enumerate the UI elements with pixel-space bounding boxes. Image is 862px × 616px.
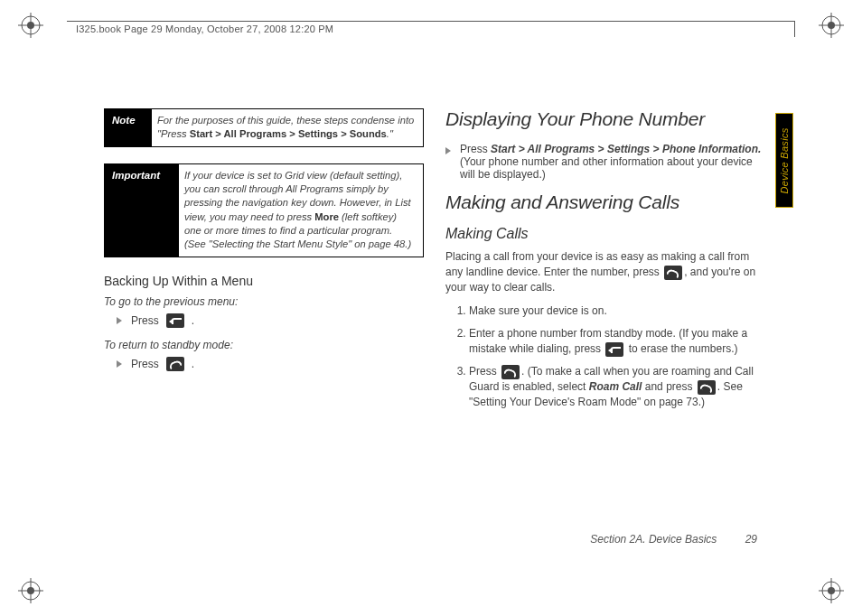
display-number-text: Press Start > All Programs > Settings > … bbox=[460, 143, 765, 181]
press-text-2: Press bbox=[131, 358, 159, 370]
crop-mark-br bbox=[819, 578, 844, 603]
back-key-icon bbox=[166, 313, 184, 328]
important-box: Important If your device is set to Grid … bbox=[104, 163, 424, 257]
note-label: Note bbox=[105, 109, 152, 146]
heading-making-answering: Making and Answering Calls bbox=[445, 191, 765, 213]
bullet-icon bbox=[117, 360, 122, 368]
lead-previous-menu: To go to the previous menu: bbox=[104, 295, 424, 308]
right-column: Displaying Your Phone Number Press Start… bbox=[445, 108, 765, 515]
side-tab-label: Device Basics bbox=[779, 127, 790, 193]
instr-previous-menu: Press . bbox=[117, 313, 424, 328]
footer-section: Section 2A. Device Basics bbox=[590, 533, 717, 546]
step-2: Enter a phone number from standby mode. … bbox=[469, 326, 765, 357]
step3-a: Press bbox=[469, 365, 500, 378]
menu-path: Start > All Programs > Settings > Phone … bbox=[491, 143, 761, 155]
lead-standby: To return to standby mode: bbox=[104, 339, 424, 351]
step2-b: to erase the numbers.) bbox=[625, 342, 737, 355]
page-number: 29 bbox=[745, 533, 757, 546]
page-body: Note For the purposes of this guide, the… bbox=[104, 108, 765, 515]
backing-up-heading: Backing Up Within a Menu bbox=[104, 274, 424, 288]
crop-mark-tr bbox=[819, 13, 844, 38]
important-label: Important bbox=[105, 164, 179, 257]
left-column: Note For the purposes of this guide, the… bbox=[104, 108, 424, 515]
step-3: Press . (To make a call when you are roa… bbox=[469, 364, 765, 409]
crop-mark-bl bbox=[18, 578, 43, 603]
back-key-icon bbox=[605, 342, 623, 357]
instr-standby: Press . bbox=[117, 357, 424, 371]
footer: Section 2A. Device Basics 29 bbox=[590, 533, 757, 546]
note-body-bold: Start > All Programs > Settings > Sounds bbox=[190, 128, 387, 139]
bullet-icon bbox=[117, 317, 122, 324]
end-key-icon bbox=[166, 357, 184, 371]
note-body-suffix: ." bbox=[387, 128, 393, 139]
talk-key-icon bbox=[698, 380, 716, 395]
press-text-1: Press bbox=[131, 314, 159, 327]
rest-text: (Your phone number and other information… bbox=[460, 155, 753, 181]
important-body: If your device is set to Grid view (defa… bbox=[179, 164, 423, 257]
step3-c: and press bbox=[642, 380, 695, 393]
step-1: Make sure your device is on. bbox=[469, 303, 765, 319]
crop-mark-tl bbox=[18, 13, 43, 38]
roam-call: Roam Call bbox=[589, 380, 642, 393]
note-box: Note For the purposes of this guide, the… bbox=[104, 108, 424, 147]
steps-list: Make sure your device is on. Enter a pho… bbox=[469, 303, 765, 409]
important-body-bold: More bbox=[314, 211, 339, 222]
display-number-bullet: Press Start > All Programs > Settings > … bbox=[445, 143, 765, 181]
heading-making-calls: Making Calls bbox=[445, 226, 765, 242]
heading-display-number: Displaying Your Phone Number bbox=[445, 108, 765, 130]
press-text: Press bbox=[460, 143, 491, 155]
talk-key-icon bbox=[501, 365, 520, 379]
side-tab: Device Basics bbox=[775, 113, 793, 208]
note-body: For the purposes of this guide, these st… bbox=[152, 109, 423, 146]
bullet-icon bbox=[445, 147, 451, 154]
talk-key-icon bbox=[664, 266, 682, 280]
making-calls-para: Placing a call from your device is as ea… bbox=[445, 249, 765, 294]
running-header: I325.book Page 29 Monday, October 27, 20… bbox=[76, 23, 333, 34]
